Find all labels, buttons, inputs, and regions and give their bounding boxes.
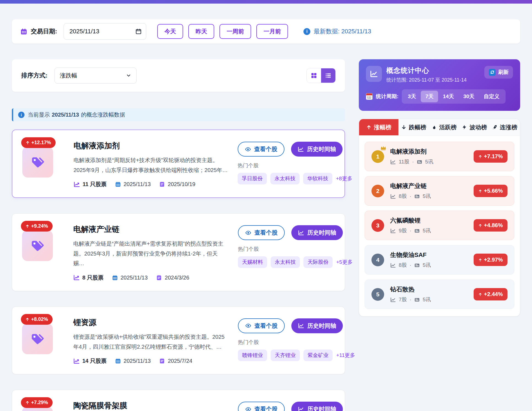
card-icon-area: +7.29% (20, 398, 64, 411)
refresh-button[interactable]: 刷新 (484, 66, 513, 79)
list-view-button[interactable] (321, 68, 335, 83)
rank-title: 电解液产业链 (390, 182, 431, 190)
banner-suffix: 的概念涨跌幅数据 (81, 112, 125, 118)
rank-meta: 7股 · 5讯 (390, 296, 431, 303)
tab-active-list[interactable]: 活跃榜 (430, 119, 458, 135)
rank-info: 电解液添加剂 11股 · 5讯 (390, 147, 433, 165)
hot-stocks-label: 热门个股 (238, 162, 336, 169)
eye-icon (245, 230, 251, 236)
arrow-up-icon (25, 317, 29, 321)
chart-icon (390, 228, 396, 234)
view-stocks-button[interactable]: 查看个股 (238, 225, 285, 240)
period-option-14d[interactable]: 14天 (438, 91, 458, 102)
today-button[interactable]: 今天 (157, 24, 183, 39)
ranking-list: 1 电解液添加剂 11股 · 5 (359, 136, 520, 316)
concept-icon-block (22, 147, 53, 178)
card-body: 陶瓷隔膜骨架膜 陶瓷隔膜骨架膜是技术创新驱动的固态电池产业链β升级主题。2025… (73, 398, 229, 411)
rank-title: 六氟磷酸锂 (390, 216, 431, 225)
stock-chip[interactable]: 赣锋锂业 (238, 350, 267, 361)
stock-chip[interactable]: 永太科技 (270, 173, 300, 184)
update-date: 2025/11/13 (112, 275, 148, 281)
stock-chip[interactable]: 孚日股份 (238, 173, 267, 184)
concept-card[interactable]: +12.17% 电解液添加剂 电解液添加剂是“周期反转+技术升级”双轮驱动的投资… (12, 130, 345, 198)
sort-select[interactable]: 涨跌幅 (55, 68, 137, 84)
flame-icon (431, 125, 437, 130)
concept-card[interactable]: +8.02% 锂资源 锂资源是“政策驱动+供给收缩”双重逻辑共振的投资主题。20… (12, 307, 345, 374)
more-stocks-link[interactable]: +11更多 (336, 352, 355, 359)
tab-volatility[interactable]: 波动榜 (460, 119, 488, 135)
trend-icon (298, 406, 304, 411)
rank-number: 1 (371, 150, 384, 163)
month-ago-button[interactable]: 一月前 (256, 24, 288, 39)
date-input-wrap (64, 23, 146, 40)
hot-stocks-label: 热门个股 (238, 339, 336, 346)
stock-chip[interactable]: 天齐锂业 (271, 350, 300, 361)
period-option-30d[interactable]: 30天 (459, 91, 479, 102)
rank-item[interactable]: 2 电解液产业链 8股 · 5讯 (365, 176, 514, 206)
start-date: 2024/3/26 (156, 275, 189, 281)
stock-chip[interactable]: 天际股份 (303, 256, 333, 268)
more-stocks-link[interactable]: +8更多 (336, 175, 352, 182)
update-date: 2025/11/13 (115, 358, 151, 364)
view-stocks-button[interactable]: 查看个股 (238, 318, 285, 333)
date-picker-icon[interactable] (135, 28, 142, 35)
view-stocks-button[interactable]: 查看个股 (238, 142, 284, 157)
card-meta: 11 只股票 2025/11/13 2025/10/19 (74, 181, 228, 188)
concept-description: 锂资源是“政策驱动+供给收缩”双重逻辑共振的投资主题。2025年4月，四川雅江官… (73, 332, 229, 352)
grid-view-button[interactable] (307, 68, 321, 83)
history-timeline-button[interactable]: 历史时间轴 (291, 225, 343, 240)
arrow-up-icon (478, 258, 482, 262)
change-value: +12.17% (31, 140, 51, 146)
concept-list-column: 排序方式: 涨跌幅 i (12, 59, 345, 411)
stock-chip[interactable]: 华软科技 (303, 173, 332, 184)
sort-card: 排序方式: 涨跌幅 (12, 59, 345, 92)
concept-icon-block (22, 323, 53, 354)
stock-chip[interactable]: 天赐材料 (238, 256, 267, 268)
hot-stock-chips: 赣锋锂业 天齐锂业 紫金矿业 +11更多 (238, 350, 336, 361)
more-stocks-link[interactable]: +5更多 (336, 259, 353, 266)
period-option-7d[interactable]: 7天 (421, 91, 438, 102)
rank-item[interactable]: 3 六氟磷酸锂 9股 · 5讯 (365, 211, 514, 240)
trade-date-label: 交易日期: (31, 27, 57, 36)
stock-chip[interactable]: 紫金矿业 (303, 350, 333, 361)
news-icon (414, 297, 420, 303)
history-timeline-button[interactable]: 历史时间轴 (291, 402, 343, 411)
period-option-3d[interactable]: 3天 (403, 91, 421, 102)
arrow-up-icon (366, 125, 371, 130)
concept-card[interactable]: +9.24% 电解液产业链 电解液产业链是“产能出清尾声+需求复苏初期”的拐点型… (12, 213, 345, 291)
view-stocks-button[interactable]: 查看个股 (238, 402, 285, 411)
week-ago-button[interactable]: 一周前 (219, 24, 251, 39)
period-segmented-control: 3天 7天 14天 30天 自定义 (402, 89, 505, 104)
eye-icon (245, 323, 251, 329)
date-input[interactable] (64, 23, 146, 40)
arrow-up-icon (25, 224, 29, 228)
rank-info: 钻石散热 7股 · 5讯 (390, 285, 431, 303)
grid-icon (311, 72, 317, 79)
concept-stats-panel: 概念统计中心 统计范围: 2025-11-07 至 2025-11-14 刷新 … (359, 59, 520, 111)
rank-item[interactable]: 5 钻石散热 7股 · 5讯 (365, 280, 514, 309)
current-view-banner: i 当前显示2025/11/13的概念涨跌幅数据 (12, 108, 345, 121)
latest-data-text: 最新数据: 2025/11/13 (314, 27, 371, 36)
tab-streak[interactable]: 连涨榜 (490, 119, 519, 135)
concept-icon-block (22, 230, 53, 261)
rank-number: 3 (371, 219, 384, 232)
yesterday-button[interactable]: 昨天 (188, 24, 214, 39)
rank-item[interactable]: 4 生物柴油SAF 8股 · 5讯 (365, 245, 514, 275)
trend-icon (298, 146, 304, 152)
tab-gainers[interactable]: 涨幅榜 (359, 119, 398, 135)
info-icon: i (18, 112, 25, 118)
chart-icon (390, 194, 396, 199)
history-timeline-button[interactable]: 历史时间轴 (291, 318, 343, 333)
tag-icon (30, 238, 45, 253)
history-timeline-button[interactable]: 历史时间轴 (291, 142, 343, 157)
period-option-custom[interactable]: 自定义 (479, 91, 504, 102)
stats-chart-icon (366, 66, 382, 82)
rank-info: 六氟磷酸锂 9股 · 5讯 (390, 216, 431, 234)
tab-losers[interactable]: 跌幅榜 (400, 119, 428, 135)
rank-item[interactable]: 1 电解液添加剂 11股 · 5 (365, 142, 514, 171)
concept-card[interactable]: +7.29% 陶瓷隔膜骨架膜 陶瓷隔膜骨架膜是技术创新驱动的固态电池产业链β升级… (12, 390, 345, 411)
hot-stocks-label: 热门个股 (238, 246, 336, 253)
change-badge: +8.02% (21, 314, 53, 325)
change-badge: +12.17% (21, 137, 56, 148)
stock-chip[interactable]: 永太科技 (271, 256, 300, 268)
